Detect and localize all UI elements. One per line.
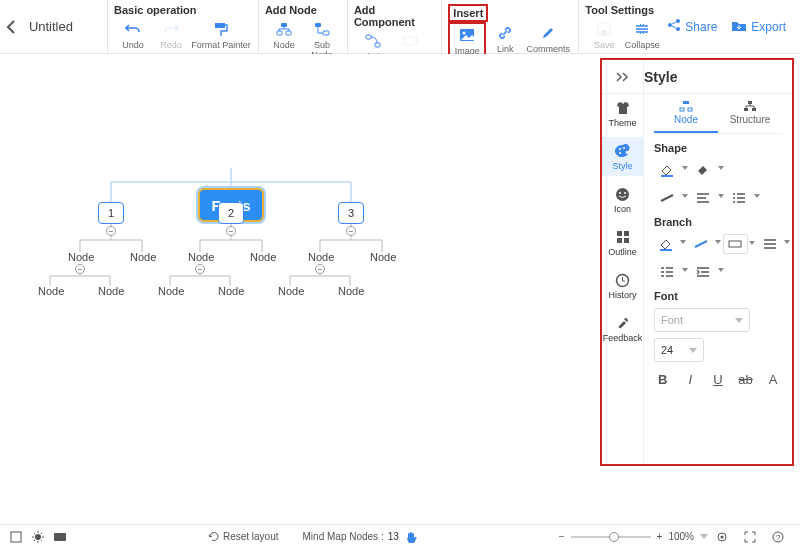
- section-branch: Branch: [654, 216, 782, 228]
- svg-rect-39: [11, 532, 21, 542]
- hand-icon[interactable]: [403, 529, 419, 545]
- collapse-toggle[interactable]: [346, 226, 356, 236]
- leaf-node[interactable]: Node: [38, 285, 64, 297]
- font-color-button[interactable]: A: [764, 370, 782, 388]
- child-node-1[interactable]: 1: [98, 202, 124, 224]
- group-label: Add Node: [265, 4, 341, 18]
- svg-point-16: [619, 148, 621, 150]
- summary-icon: [402, 32, 420, 50]
- svg-rect-28: [680, 108, 684, 111]
- svg-rect-3: [286, 31, 291, 35]
- fill-color-picker[interactable]: [654, 160, 680, 180]
- child-node-2[interactable]: 2: [218, 202, 244, 224]
- collapse-toggle[interactable]: [106, 226, 116, 236]
- zoom-controls: − + 100% ?: [559, 529, 792, 545]
- help-icon[interactable]: ?: [770, 529, 786, 545]
- leaf-node[interactable]: Node: [250, 251, 276, 263]
- bold-button[interactable]: B: [654, 370, 672, 388]
- leaf-node[interactable]: Node: [370, 251, 396, 263]
- link-icon: [496, 24, 514, 42]
- tab-style[interactable]: Style: [602, 137, 643, 176]
- back-button[interactable]: [0, 0, 23, 53]
- fill-color-picker-2[interactable]: [690, 160, 716, 180]
- zoom-menu[interactable]: [700, 534, 708, 539]
- zoom-in-button[interactable]: +: [657, 531, 663, 542]
- underline-button[interactable]: U: [709, 370, 727, 388]
- leaf-node[interactable]: Node: [308, 251, 334, 263]
- zoom-slider[interactable]: [571, 536, 651, 538]
- leaf-node[interactable]: Node: [338, 285, 364, 297]
- subtab-node[interactable]: Node: [654, 98, 718, 133]
- relation-icon: [364, 32, 382, 50]
- reset-layout-button[interactable]: Reset layout: [208, 529, 279, 545]
- redo-icon: [162, 20, 180, 38]
- branch-line-picker[interactable]: [688, 234, 712, 254]
- svg-point-20: [619, 192, 621, 194]
- panel-collapse-button[interactable]: [602, 60, 644, 94]
- branch-color-picker[interactable]: [654, 234, 678, 254]
- leaf-node[interactable]: Node: [218, 285, 244, 297]
- subtab-structure[interactable]: Structure: [718, 98, 782, 133]
- list-style-picker[interactable]: [726, 188, 752, 208]
- font-family-select[interactable]: Font: [654, 308, 750, 332]
- right-actions: Share Export: [667, 0, 800, 53]
- collapse-toggle[interactable]: [195, 264, 205, 274]
- group-label: Insert: [448, 4, 488, 22]
- panel-content: Node Structure Shape Branch: [644, 60, 792, 464]
- svg-point-36: [733, 201, 735, 203]
- export-icon: [731, 18, 747, 35]
- leaf-node[interactable]: Node: [130, 251, 156, 263]
- child-node-3[interactable]: 3: [338, 202, 364, 224]
- grid-toggle[interactable]: [8, 529, 24, 545]
- leaf-node[interactable]: Node: [188, 251, 214, 263]
- branch-indent-picker[interactable]: [690, 262, 716, 282]
- strike-button[interactable]: ab: [737, 370, 755, 388]
- shape-rect-picker[interactable]: [723, 234, 748, 254]
- tab-history[interactable]: History: [602, 266, 643, 305]
- share-button[interactable]: Share: [667, 18, 717, 35]
- undo-button[interactable]: Undo: [114, 18, 152, 52]
- tab-feedback[interactable]: Feedback: [602, 309, 643, 348]
- style-panel: Style Theme Style Icon Outline History F…: [600, 58, 794, 466]
- leaf-node[interactable]: Node: [68, 251, 94, 263]
- fullscreen-icon[interactable]: [742, 529, 758, 545]
- document-title[interactable]: Untitled: [23, 0, 107, 53]
- save-button[interactable]: Save: [585, 18, 623, 52]
- svg-rect-22: [617, 231, 622, 236]
- keyboard-toggle[interactable]: [52, 529, 68, 545]
- svg-point-14: [668, 23, 672, 27]
- leaf-node[interactable]: Node: [158, 285, 184, 297]
- branch-list-picker[interactable]: [654, 262, 680, 282]
- group-label: Add Component: [354, 4, 436, 30]
- collapse-button[interactable]: Collapse: [623, 18, 661, 52]
- top-toolbar: Untitled Basic operation Undo Redo Forma…: [0, 0, 800, 54]
- redo-button[interactable]: Redo: [152, 18, 190, 52]
- branch-align-picker[interactable]: [758, 234, 782, 254]
- font-size-select[interactable]: 24: [654, 338, 704, 362]
- italic-button[interactable]: I: [682, 370, 700, 388]
- outline-icon: [614, 228, 632, 246]
- section-shape: Shape: [654, 142, 782, 154]
- align-picker[interactable]: [690, 188, 716, 208]
- zoom-out-button[interactable]: −: [559, 531, 565, 542]
- collapse-toggle[interactable]: [226, 226, 236, 236]
- tab-theme[interactable]: Theme: [602, 94, 643, 133]
- node-count-label: Mind Map Nodes :: [303, 531, 384, 542]
- format-painter-button[interactable]: Format Painter: [190, 18, 252, 52]
- tab-icon[interactable]: Icon: [602, 180, 643, 219]
- svg-point-21: [624, 192, 626, 194]
- fit-icon[interactable]: [714, 529, 730, 545]
- pencil-icon: [539, 24, 557, 42]
- palette-icon: [614, 142, 632, 160]
- collapse-toggle[interactable]: [75, 264, 85, 274]
- export-button[interactable]: Export: [731, 18, 786, 35]
- svg-point-34: [733, 193, 735, 195]
- leaf-node[interactable]: Node: [278, 285, 304, 297]
- svg-rect-33: [661, 175, 673, 177]
- collapse-toggle[interactable]: [315, 264, 325, 274]
- theme-toggle[interactable]: [30, 529, 46, 545]
- line-style-picker[interactable]: [654, 188, 680, 208]
- svg-rect-2: [277, 31, 282, 35]
- tab-outline[interactable]: Outline: [602, 223, 643, 262]
- leaf-node[interactable]: Node: [98, 285, 124, 297]
